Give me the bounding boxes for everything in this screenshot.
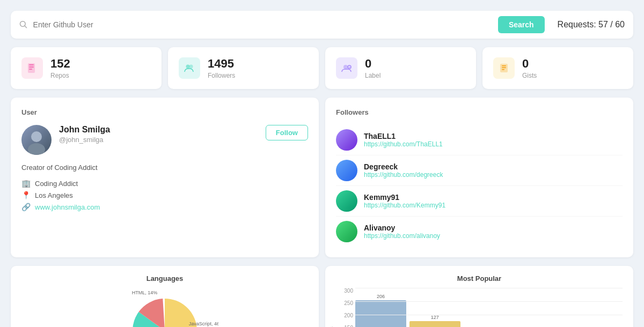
follower-url: https://github.com/ThaELL1 xyxy=(364,140,443,148)
y-axis-tick: 300 xyxy=(344,288,353,294)
avatar-svg xyxy=(21,125,52,155)
location-icon: 📍 xyxy=(21,191,31,199)
bar-chart-area: 300250200150100500 Stars 206javascript- … xyxy=(336,288,623,327)
follower-url: https://github.com/alivanoy xyxy=(364,232,440,240)
list-item: Kemmy91 https://github.com/Kemmy91 xyxy=(336,186,623,217)
stat-gists: 0 Gists xyxy=(482,47,633,89)
meta-company: 🏢 Coding Addict xyxy=(21,179,308,188)
follower-info: Alivanoy https://github.com/alivanoy xyxy=(364,224,440,240)
stat-label-info: 0 Label xyxy=(365,57,380,79)
search-left xyxy=(19,20,498,29)
stat-gists-info: 0 Gists xyxy=(522,57,537,79)
pie-wrapper: JavaScript, 46%CSS, 39%HTML, 14% JavaScr… xyxy=(21,288,308,327)
follower-name: Degreeck xyxy=(364,162,443,171)
website-link[interactable]: www.johnsmilga.com xyxy=(35,203,100,211)
main-content: User John Smilga @john_smilga Follow Cre… xyxy=(11,98,633,257)
user-meta: 🏢 Coding Addict 📍 Los Angeles 🔗 www.john… xyxy=(21,179,308,211)
y-axis-tick: 150 xyxy=(344,325,353,327)
stat-repos: 152 Repos xyxy=(11,47,162,89)
search-input[interactable] xyxy=(33,20,498,29)
location-text: Los Angeles xyxy=(35,191,73,199)
svg-rect-12 xyxy=(502,65,506,66)
company-name: Coding Addict xyxy=(35,180,78,188)
languages-chart-title: Languages xyxy=(21,274,308,283)
follower-name: ThaELL1 xyxy=(364,132,443,140)
stat-followers: 1495 Followers xyxy=(168,47,319,89)
user-bio: Creator of Coding Addict xyxy=(21,164,308,172)
charts-row: Languages JavaScript, 46%CSS, 39%HTML, 1… xyxy=(11,266,633,327)
follower-avatar xyxy=(336,129,357,151)
search-icon xyxy=(19,20,28,29)
follower-avatar xyxy=(336,190,357,212)
svg-rect-4 xyxy=(29,66,34,68)
follow-button[interactable]: Follow xyxy=(266,125,308,140)
search-button[interactable]: Search xyxy=(498,16,545,33)
grid-line xyxy=(355,301,623,302)
requests-counter: Requests: 57 / 60 xyxy=(558,20,625,29)
svg-point-7 xyxy=(189,65,193,69)
user-profile: John Smilga @john_smilga Follow xyxy=(21,125,308,155)
followers-card: Followers ThaELL1 https://github.com/Tha… xyxy=(325,98,633,257)
stat-repos-info: 152 Repos xyxy=(50,57,70,79)
follower-name: Alivanoy xyxy=(364,224,440,232)
user-name: John Smilga xyxy=(59,125,258,135)
gists-value: 0 xyxy=(522,57,537,71)
list-item: ThaELL1 https://github.com/ThaELL1 xyxy=(336,125,623,155)
svg-point-15 xyxy=(31,131,42,142)
user-handle: @john_smilga xyxy=(59,136,258,144)
svg-point-16 xyxy=(28,143,45,155)
svg-rect-5 xyxy=(29,69,32,70)
repos-label: Repos xyxy=(50,72,70,79)
follower-url: https://github.com/degreeck xyxy=(364,171,443,179)
grid-line xyxy=(355,315,623,315)
search-bar: Search Requests: 57 / 60 xyxy=(11,11,633,39)
list-item: Degreeck https://github.com/degreeck xyxy=(336,155,623,186)
follower-info: Kemmy91 https://github.com/Kemmy91 xyxy=(364,193,445,209)
follower-avatar xyxy=(336,221,357,242)
link-icon: 🔗 xyxy=(21,203,31,211)
y-axis-tick: 250 xyxy=(344,300,353,306)
followers-section-title: Followers xyxy=(336,108,623,116)
follower-info: Degreeck https://github.com/degreeck xyxy=(364,162,443,179)
user-card: User John Smilga @john_smilga Follow Cre… xyxy=(11,98,319,257)
repos-value: 152 xyxy=(50,57,70,71)
gists-label: Gists xyxy=(522,72,537,79)
label-label: Label xyxy=(365,72,380,79)
svg-rect-13 xyxy=(502,68,506,69)
pie-label: HTML, 14% xyxy=(132,290,158,295)
grid-lines xyxy=(355,288,623,327)
followers-icon xyxy=(179,57,200,79)
label-value: 0 xyxy=(365,57,380,71)
stat-label: + 0 Label xyxy=(325,47,476,89)
popular-chart-card: Most Popular 300250200150100500 Stars 20… xyxy=(325,266,633,327)
y-axis-tick: 200 xyxy=(344,313,353,318)
label-icon: + xyxy=(336,57,357,79)
stat-followers-info: 1495 Followers xyxy=(208,57,235,79)
meta-website: 🔗 www.johnsmilga.com xyxy=(21,203,308,211)
followers-value: 1495 xyxy=(208,57,235,71)
followers-list: ThaELL1 https://github.com/ThaELL1 Degre… xyxy=(336,125,623,247)
svg-line-1 xyxy=(25,26,26,27)
follower-url: https://github.com/Kemmy91 xyxy=(364,202,445,209)
list-item: Alivanoy https://github.com/alivanoy xyxy=(336,217,623,247)
svg-point-8 xyxy=(343,65,348,69)
follower-avatar xyxy=(336,160,357,181)
user-section-title: User xyxy=(21,108,308,116)
user-info: John Smilga @john_smilga xyxy=(59,125,258,144)
svg-point-6 xyxy=(186,65,190,69)
grid-line xyxy=(355,288,623,288)
gists-icon xyxy=(493,57,515,79)
svg-text:+: + xyxy=(348,65,350,69)
pie-chart: JavaScript, 46%CSS, 39%HTML, 14% xyxy=(111,288,218,327)
popular-chart-title: Most Popular xyxy=(336,274,623,283)
y-axis: 300250200150100500 xyxy=(336,288,355,327)
stats-row: 152 Repos 1495 Followers + 0 xyxy=(11,47,633,89)
followers-label: Followers xyxy=(208,72,235,79)
bar-chart-wrapper: 300250200150100500 Stars 206javascript- … xyxy=(336,288,623,327)
svg-rect-3 xyxy=(29,64,34,65)
languages-chart-card: Languages JavaScript, 46%CSS, 39%HTML, 1… xyxy=(11,266,319,327)
pie-label: JavaScript, 46% xyxy=(189,321,218,326)
follower-name: Kemmy91 xyxy=(364,193,445,202)
follower-info: ThaELL1 https://github.com/ThaELL1 xyxy=(364,132,443,148)
repos-icon xyxy=(21,57,43,79)
